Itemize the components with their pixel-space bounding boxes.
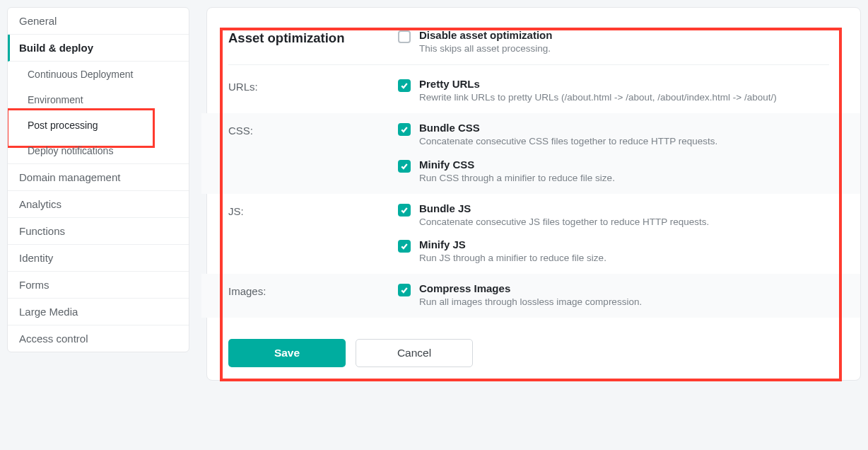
sidebar-item-identity[interactable]: Identity: [8, 245, 189, 272]
sidebar-item-environment[interactable]: Environment: [8, 87, 189, 112]
settings-sidebar: GeneralBuild & deployContinuous Deployme…: [7, 7, 189, 352]
option-item: Minify JSRun JS through a minifier to re…: [398, 238, 829, 265]
sidebar-item-build-deploy[interactable]: Build & deploy: [8, 35, 189, 62]
bundle-css-checkbox[interactable]: [398, 123, 411, 136]
option-item: Bundle JSConcatenate consecutive JS file…: [398, 202, 829, 229]
minify-js-checkbox[interactable]: [398, 240, 411, 253]
group-label: CSS:: [228, 122, 398, 185]
group-label: JS:: [228, 202, 398, 266]
cancel-button[interactable]: Cancel: [356, 339, 473, 367]
disable-asset-optimization-checkbox[interactable]: [398, 30, 411, 43]
bundle-js-checkbox[interactable]: [398, 204, 411, 217]
sidebar-item-post-processing[interactable]: Post processing: [8, 112, 189, 138]
compress-images-checkbox[interactable]: [398, 284, 411, 296]
option-label: Compress Images: [419, 282, 829, 294]
option-list: Compress ImagesRun all images through lo…: [398, 282, 829, 309]
option-label: Pretty URLs: [419, 78, 829, 90]
sidebar-item-continuous-deployment[interactable]: Continuous Deployment: [8, 62, 189, 87]
option-desc: Rewrite link URLs to pretty URLs (/about…: [419, 91, 829, 105]
sidebar-item-functions[interactable]: Functions: [8, 218, 189, 245]
option-label: Minify JS: [419, 238, 829, 250]
save-button[interactable]: Save: [228, 339, 346, 367]
sidebar-item-general[interactable]: General: [8, 8, 189, 35]
disable-option-label: Disable asset optimization: [419, 29, 829, 41]
divider: [228, 64, 829, 65]
option-desc: Concatenate consecutive JS files togethe…: [419, 216, 829, 229]
group-label: Images:: [228, 282, 398, 309]
sidebar-item-access-control[interactable]: Access control: [8, 325, 189, 352]
option-item: Minify CSSRun CSS through a minifier to …: [398, 158, 829, 185]
sidebar-item-domain-management[interactable]: Domain management: [8, 164, 189, 191]
pretty-urls-checkbox[interactable]: [398, 79, 411, 92]
sidebar-item-large-media[interactable]: Large Media: [8, 299, 189, 325]
option-desc: Run JS through a minifier to reduce file…: [419, 252, 829, 265]
option-list: Bundle CSSConcatenate consecutive CSS fi…: [398, 122, 829, 185]
option-label: Minify CSS: [419, 158, 829, 171]
option-group-images: Images:Compress ImagesRun all images thr…: [201, 274, 860, 318]
sidebar-item-analytics[interactable]: Analytics: [8, 191, 189, 218]
option-desc: Run all images through lossless image co…: [419, 296, 829, 309]
option-group-css: CSS:Bundle CSSConcatenate consecutive CS…: [201, 113, 860, 194]
option-item: Bundle CSSConcatenate consecutive CSS fi…: [398, 122, 829, 149]
option-group-js: JS:Bundle JSConcatenate consecutive JS f…: [228, 194, 829, 275]
option-item: Pretty URLsRewrite link URLs to pretty U…: [398, 78, 829, 105]
group-label: URLs:: [228, 78, 398, 105]
option-group-urls: URLs:Pretty URLsRewrite link URLs to pre…: [228, 69, 829, 113]
sidebar-item-deploy-notifications[interactable]: Deploy notifications: [8, 138, 189, 164]
option-list: Bundle JSConcatenate consecutive JS file…: [398, 202, 829, 266]
option-item: Compress ImagesRun all images through lo…: [398, 282, 829, 309]
option-desc: Run CSS through a minifier to reduce fil…: [419, 172, 829, 185]
panel-title: Asset optimization: [228, 29, 398, 46]
option-label: Bundle CSS: [419, 122, 829, 134]
option-list: Pretty URLsRewrite link URLs to pretty U…: [398, 78, 829, 105]
minify-css-checkbox[interactable]: [398, 160, 411, 173]
disable-option-desc: This skips all asset processing.: [419, 42, 829, 56]
sidebar-item-forms[interactable]: Forms: [8, 272, 189, 299]
asset-optimization-panel: Asset optimization Disable asset optimiz…: [206, 7, 861, 381]
option-label: Bundle JS: [419, 202, 829, 214]
option-desc: Concatenate consecutive CSS files togeth…: [419, 135, 829, 149]
